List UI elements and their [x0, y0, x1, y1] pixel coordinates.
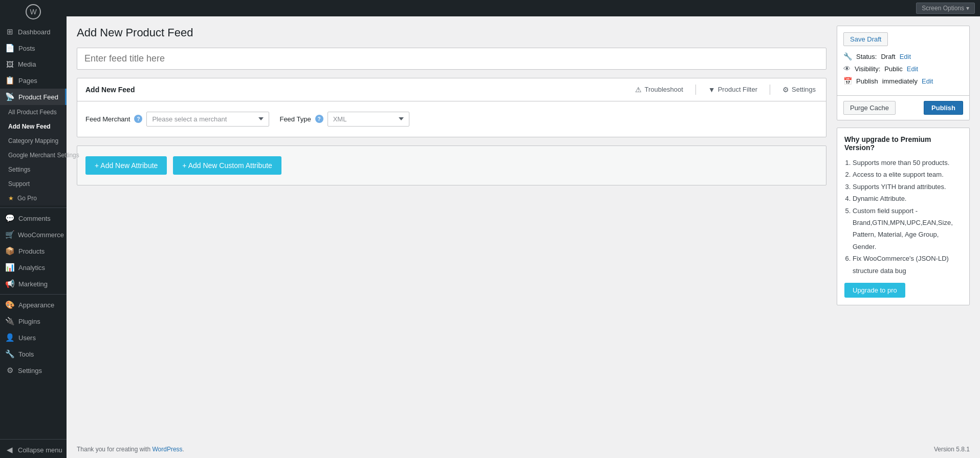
woocommerce-icon: 🛒 — [5, 230, 14, 239]
sidebar-item-gmc-settings[interactable]: Google Merchant Settings — [0, 148, 67, 162]
publish-edit-link[interactable]: Edit — [922, 77, 933, 85]
sidebar-divider-3 — [0, 439, 67, 440]
action-divider-2 — [770, 85, 770, 95]
warning-icon: ⚠ — [635, 86, 642, 94]
collapse-icon: ◀ — [5, 445, 14, 454]
sidebar-item-pages[interactable]: 📋 Pages — [0, 72, 67, 89]
sidebar-item-plugins[interactable]: 🔌 Plugins — [0, 313, 67, 329]
add-new-feed-label: Add New Feed — [8, 123, 51, 130]
sidebar-item-support[interactable]: Support — [0, 177, 67, 191]
premium-point-5: Custom field support - Brand,GTIN,MPN,UP… — [853, 205, 962, 253]
publish-button[interactable]: Publish — [924, 101, 963, 115]
footer-version: Version 5.8.1 — [934, 446, 970, 453]
sidebar-item-label: Media — [18, 60, 36, 68]
go-pro-label: Go Pro — [17, 195, 37, 202]
status-icon: 🔧 — [843, 52, 852, 60]
tools-icon: 🔧 — [5, 349, 15, 359]
feed-title-input[interactable] — [77, 48, 826, 70]
publish-time-row: 📅 Publish immediately Edit — [843, 77, 963, 85]
purge-cache-button[interactable]: Purge Cache — [843, 101, 896, 115]
screen-options-button[interactable]: Screen Options ▾ — [916, 3, 975, 14]
premium-point-1: Supports more than 50 products. — [853, 157, 962, 169]
sidebar-item-collapse[interactable]: ◀ Collapse menu — [0, 442, 67, 458]
products-icon: 📦 — [5, 246, 15, 256]
sidebar-item-tools[interactable]: 🔧 Tools — [0, 346, 67, 362]
sidebar-item-go-pro[interactable]: ★ Go Pro — [0, 191, 67, 205]
sidebar-item-label: Tools — [18, 350, 34, 358]
feed-type-field-group: Feed Type ? XML CSV TSV JSON — [279, 112, 409, 127]
merchant-help-icon[interactable]: ? — [134, 115, 142, 123]
feed-panel: Add New Feed ⚠ Troubleshoot ▼ Product Fi… — [77, 78, 826, 137]
panel-header: Add New Feed ⚠ Troubleshoot ▼ Product Fi… — [77, 78, 826, 101]
premium-list: Supports more than 50 products. Access t… — [844, 157, 962, 277]
settings-panel-label: Settings — [792, 86, 816, 93]
sidebar-item-users[interactable]: 👤 Users — [0, 329, 67, 346]
category-mapping-label: Category Mapping — [8, 137, 58, 144]
troubleshoot-button[interactable]: ⚠ Troubleshoot — [633, 85, 685, 95]
page-title: Add New Product Feed — [77, 26, 826, 40]
sidebar-item-label: Marketing — [18, 280, 48, 288]
status-edit-link[interactable]: Edit — [900, 53, 911, 60]
upgrade-button[interactable]: Upgrade to pro — [844, 283, 905, 298]
sidebar-item-dashboard[interactable]: ⊞ Dashboard — [0, 24, 67, 40]
upgrade-label: Upgrade to pro — [853, 286, 897, 294]
sidebar-item-settings-sub[interactable]: Settings — [0, 162, 67, 177]
comments-icon: 💬 — [5, 214, 15, 223]
footer-text: Thank you for creating with WordPress. — [77, 446, 184, 453]
settings-panel-button[interactable]: ⚙ Settings — [780, 85, 818, 95]
sidebar-item-label: Analytics — [18, 264, 45, 272]
sidebar-item-media[interactable]: 🖼 Media — [0, 56, 67, 72]
sidebar-item-label: Users — [18, 334, 36, 342]
sidebar-item-woocommerce[interactable]: 🛒 WooCommerce — [0, 226, 67, 243]
premium-point-6: Fix WooCommerce's (JSON-LD) structure da… — [853, 253, 962, 277]
visibility-label: Visibility: — [855, 65, 880, 73]
settings-panel-icon: ⚙ — [782, 86, 789, 94]
sidebar-item-analytics[interactable]: 📊 Analytics — [0, 259, 67, 276]
analytics-icon: 📊 — [5, 263, 15, 272]
sidebar-item-label: Product Feed — [18, 93, 58, 101]
all-feeds-label: All Product Feeds — [8, 109, 57, 116]
sidebar-item-posts[interactable]: 📄 Posts — [0, 40, 67, 56]
product-feed-icon: 📡 — [5, 92, 15, 101]
publish-time: immediately — [882, 77, 918, 85]
feed-type-select[interactable]: XML CSV TSV JSON — [328, 112, 409, 127]
premium-panel: Why upgrade to Premium Version? Supports… — [837, 128, 970, 305]
sidebar-item-add-new-feed[interactable]: Add New Feed — [0, 119, 67, 134]
add-custom-attribute-button[interactable]: + Add New Custom Attribute — [173, 156, 281, 175]
product-filter-button[interactable]: ▼ Product Filter — [706, 85, 759, 95]
sidebar-item-label: Pages — [18, 77, 37, 85]
settings-sub-label: Settings — [8, 166, 30, 173]
publish-btn-label: Publish — [931, 104, 955, 112]
feed-type-help-icon[interactable]: ? — [315, 115, 323, 123]
status-value: Draft — [881, 53, 895, 60]
media-icon: 🖼 — [5, 60, 14, 69]
sidebar-item-category-mapping[interactable]: Category Mapping — [0, 134, 67, 148]
gmc-settings-label: Google Merchant Settings — [8, 152, 79, 159]
add-new-attribute-button[interactable]: + Add New Attribute — [85, 156, 167, 175]
premium-point-2: Access to a elite support team. — [853, 169, 962, 180]
sidebar-item-label: WooCommerce — [18, 231, 64, 239]
sidebar-item-marketing[interactable]: 📢 Marketing — [0, 276, 67, 292]
posts-icon: 📄 — [5, 44, 15, 53]
main-column: Add New Product Feed Add New Feed ⚠ Trou… — [77, 26, 826, 430]
product-filter-label: Product Filter — [718, 86, 757, 93]
save-draft-button[interactable]: Save Draft — [843, 32, 888, 46]
content-area: Add New Product Feed Add New Feed ⚠ Trou… — [67, 16, 980, 441]
panel-title: Add New Feed — [85, 86, 135, 94]
footer-wp-link[interactable]: WordPress — [152, 446, 182, 453]
main-area: Screen Options ▾ Add New Product Feed Ad… — [67, 0, 980, 458]
sidebar-item-label: Plugins — [18, 318, 40, 325]
sidebar-item-appearance[interactable]: 🎨 Appearance — [0, 297, 67, 313]
visibility-edit-link[interactable]: Edit — [907, 65, 918, 73]
merchant-select[interactable]: Please select a merchant Google Shopping… — [146, 112, 269, 127]
status-row: 🔧 Status: Draft Edit — [843, 52, 963, 60]
status-label: Status: — [856, 53, 877, 60]
topbar: Screen Options ▾ — [67, 0, 980, 16]
sidebar-item-settings[interactable]: ⚙ Settings — [0, 362, 67, 379]
sidebar-item-product-feed[interactable]: 📡 Product Feed — [0, 89, 67, 105]
sidebar-item-all-feeds[interactable]: All Product Feeds — [0, 105, 67, 119]
sidebar-item-comments[interactable]: 💬 Comments — [0, 210, 67, 226]
sidebar-item-label: Dashboard — [18, 28, 51, 36]
visibility-icon: 👁 — [843, 65, 851, 73]
sidebar-item-products[interactable]: 📦 Products — [0, 243, 67, 259]
